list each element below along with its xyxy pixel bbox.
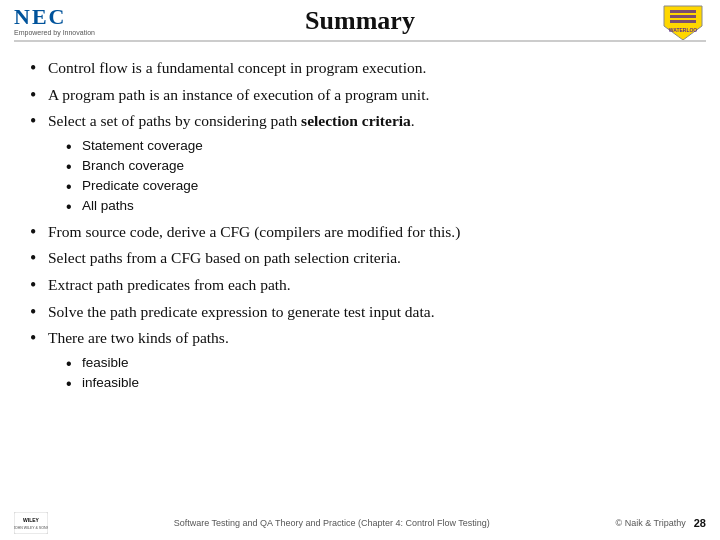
waterloo-logo: WATERLOO <box>660 4 706 44</box>
footer-copyright: © Naik & Tripathy <box>616 518 686 528</box>
bullet-text: Solve the path predicate expression to g… <box>48 302 435 323</box>
list-item: • Select a set of paths by considering p… <box>30 111 690 133</box>
bullet-bold: selection criteria <box>301 112 411 129</box>
bullet-icon: • <box>30 248 48 270</box>
nec-logo-text: NEC <box>14 6 66 28</box>
sub-bullet-list-1: • Statement coverage • Branch coverage •… <box>66 138 690 216</box>
footer: WILEY JOHN WILEY & SONS Software Testing… <box>0 512 720 534</box>
list-item: • infeasible <box>66 375 690 393</box>
bullet-icon: • <box>30 328 48 350</box>
sub-bullet-text: Branch coverage <box>82 158 184 173</box>
sub-bullet-icon: • <box>66 198 82 216</box>
sub-bullet-text: feasible <box>82 355 129 370</box>
sub-bullet-text: All paths <box>82 198 134 213</box>
main-bullet-list-1: • Control flow is a fundamental concept … <box>30 58 690 133</box>
bullet-icon: • <box>30 275 48 297</box>
bullet-text-after: . <box>411 112 415 129</box>
list-item: • Solve the path predicate expression to… <box>30 302 690 324</box>
header-divider <box>14 40 706 42</box>
sub-bullet-icon: • <box>66 158 82 176</box>
nec-logo-sub: Empowered by Innovation <box>14 29 95 36</box>
bullet-text: From source code, derive a CFG (compiler… <box>48 222 460 243</box>
bullet-icon: • <box>30 85 48 107</box>
list-item: • From source code, derive a CFG (compil… <box>30 222 690 244</box>
bullet-text: There are two kinds of paths. <box>48 328 229 349</box>
bullet-text: A program path is an instance of executi… <box>48 85 429 106</box>
bullet-text: Extract path predicates from each path. <box>48 275 291 296</box>
list-item: • Select paths from a CFG based on path … <box>30 248 690 270</box>
sub-bullet-icon: • <box>66 355 82 373</box>
list-item: • Control flow is a fundamental concept … <box>30 58 690 80</box>
bullet-icon: • <box>30 302 48 324</box>
sub-bullet-text: infeasible <box>82 375 139 390</box>
sub-bullet-icon: • <box>66 138 82 156</box>
main-content: • Control flow is a fundamental concept … <box>0 48 720 401</box>
sub-bullet-text: Statement coverage <box>82 138 203 153</box>
list-item: • All paths <box>66 198 690 216</box>
list-item: • A program path is an instance of execu… <box>30 85 690 107</box>
svg-rect-2 <box>670 20 696 23</box>
svg-rect-4 <box>14 512 48 534</box>
nec-logo: NEC Empowered by Innovation <box>14 6 95 36</box>
main-bullet-list-2: • From source code, derive a CFG (compil… <box>30 222 690 350</box>
footer-center-text: Software Testing and QA Theory and Pract… <box>48 518 616 528</box>
bullet-text: Select a set of paths by considering pat… <box>48 111 415 132</box>
svg-text:WILEY: WILEY <box>23 517 39 523</box>
list-item: • There are two kinds of paths. <box>30 328 690 350</box>
footer-right: © Naik & Tripathy 28 <box>616 517 706 529</box>
bullet-text: Select paths from a CFG based on path se… <box>48 248 401 269</box>
sub-bullet-text: Predicate coverage <box>82 178 198 193</box>
list-item: • Extract path predicates from each path… <box>30 275 690 297</box>
header: NEC Empowered by Innovation Summary WATE… <box>0 0 720 40</box>
svg-rect-0 <box>670 10 696 13</box>
svg-text:JOHN WILEY & SONS: JOHN WILEY & SONS <box>14 526 48 530</box>
wiley-logo: WILEY JOHN WILEY & SONS <box>14 512 48 534</box>
list-item: • Predicate coverage <box>66 178 690 196</box>
page-title: Summary <box>305 6 415 36</box>
sub-bullet-icon: • <box>66 375 82 393</box>
bullet-text-before: Select a set of paths by considering pat… <box>48 112 301 129</box>
svg-rect-1 <box>670 15 696 18</box>
bullet-text: Control flow is a fundamental concept in… <box>48 58 426 79</box>
bullet-icon: • <box>30 58 48 80</box>
page-number: 28 <box>694 517 706 529</box>
list-item: • Statement coverage <box>66 138 690 156</box>
list-item: • feasible <box>66 355 690 373</box>
bullet-icon: • <box>30 222 48 244</box>
list-item: • Branch coverage <box>66 158 690 176</box>
svg-text:WATERLOO: WATERLOO <box>669 27 698 33</box>
sub-bullet-list-2: • feasible • infeasible <box>66 355 690 393</box>
sub-bullet-icon: • <box>66 178 82 196</box>
wiley-logo-icon: WILEY JOHN WILEY & SONS <box>14 512 48 534</box>
bullet-icon: • <box>30 111 48 133</box>
